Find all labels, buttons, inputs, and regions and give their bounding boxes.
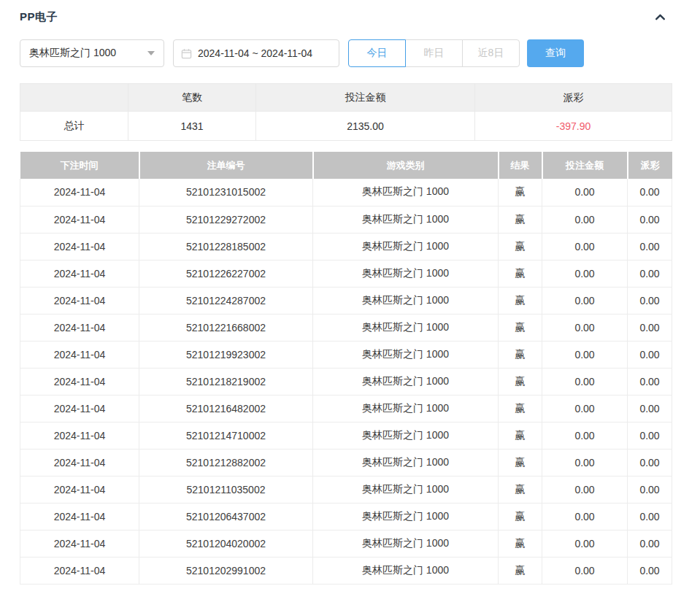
cell-bet-amount: 0.00 [542, 233, 628, 260]
cell-bet-time: 2024-11-04 [20, 287, 139, 314]
cell-result: 赢 [499, 233, 542, 260]
cell-bet-id: 52101202991002 [139, 557, 313, 584]
cell-game-type: 奥林匹斯之门 1000 [313, 368, 499, 395]
cell-result: 赢 [499, 260, 542, 287]
cell-bet-amount: 0.00 [542, 530, 628, 557]
cell-bet-id: 52101206437002 [139, 503, 313, 530]
cell-payout: 0.00 [628, 368, 672, 395]
cell-bet-amount: 0.00 [542, 260, 628, 287]
cell-bet-id: 52101214710002 [139, 422, 313, 449]
cell-game-type: 奥林匹斯之门 1000 [313, 503, 499, 530]
bet-table-body: 2024-11-0452101231015002奥林匹斯之门 1000赢0.00… [20, 179, 672, 584]
cell-result: 赢 [499, 179, 542, 206]
table-row: 2024-11-0452101206437002奥林匹斯之门 1000赢0.00… [20, 503, 672, 530]
cell-bet-amount: 0.00 [542, 503, 628, 530]
summary-header-count: 笔数 [128, 84, 256, 112]
table-row: 2024-11-0452101204020002奥林匹斯之门 1000赢0.00… [20, 530, 672, 557]
bet-table-header-row: 下注时间 注单编号 游戏类别 结果 投注金额 派彩 [20, 152, 672, 179]
collapse-button[interactable] [653, 9, 667, 24]
cell-bet-id: 52101212882002 [139, 449, 313, 476]
cell-bet-id: 52101219923002 [139, 341, 313, 368]
summary-total-payout: -397.90 [475, 112, 672, 141]
col-header-result: 结果 [499, 152, 542, 179]
cell-result: 赢 [499, 341, 542, 368]
table-row: 2024-11-0452101211035002奥林匹斯之门 1000赢0.00… [20, 476, 672, 503]
bet-records-table: 下注时间 注单编号 游戏类别 结果 投注金额 派彩 2024-11-045210… [20, 152, 672, 585]
cell-result: 赢 [499, 530, 542, 557]
calendar-icon [181, 48, 192, 59]
panel-header: PP电子 [20, 9, 672, 24]
cell-bet-time: 2024-11-04 [20, 233, 139, 260]
cell-payout: 0.00 [628, 422, 672, 449]
panel-title: PP电子 [20, 10, 58, 24]
cell-bet-amount: 0.00 [542, 341, 628, 368]
cell-payout: 0.00 [628, 260, 672, 287]
cell-result: 赢 [499, 476, 542, 503]
cell-payout: 0.00 [628, 503, 672, 530]
table-row: 2024-11-0452101216482002奥林匹斯之门 1000赢0.00… [20, 395, 672, 422]
cell-result: 赢 [499, 422, 542, 449]
cell-bet-amount: 0.00 [542, 368, 628, 395]
cell-bet-id: 52101226227002 [139, 260, 313, 287]
cell-game-type: 奥林匹斯之门 1000 [313, 395, 499, 422]
table-row: 2024-11-0452101212882002奥林匹斯之门 1000赢0.00… [20, 449, 672, 476]
cell-bet-id: 52101218219002 [139, 368, 313, 395]
game-select[interactable]: 奥林匹斯之门 1000 [20, 39, 164, 67]
cell-game-type: 奥林匹斯之门 1000 [313, 530, 499, 557]
cell-bet-time: 2024-11-04 [20, 503, 139, 530]
quick-range-group: 今日昨日近8日 [348, 39, 520, 67]
cell-bet-id: 52101204020002 [139, 530, 313, 557]
cell-result: 赢 [499, 449, 542, 476]
cell-bet-id: 52101211035002 [139, 476, 313, 503]
cell-bet-id: 52101221668002 [139, 314, 313, 341]
cell-result: 赢 [499, 368, 542, 395]
cell-result: 赢 [499, 503, 542, 530]
summary-table: 笔数 投注金额 派彩 总计 1431 2135.00 -397.90 [20, 83, 672, 141]
cell-payout: 0.00 [628, 341, 672, 368]
cell-bet-time: 2024-11-04 [20, 179, 139, 206]
quick-range-button-今日[interactable]: 今日 [348, 39, 406, 67]
date-range-value: 2024-11-04 ~ 2024-11-04 [198, 47, 312, 59]
cell-payout: 0.00 [628, 233, 672, 260]
quick-range-button-昨日[interactable]: 昨日 [405, 39, 463, 67]
cell-bet-id: 52101228185002 [139, 233, 313, 260]
cell-bet-amount: 0.00 [542, 287, 628, 314]
cell-bet-amount: 0.00 [542, 422, 628, 449]
cell-bet-time: 2024-11-04 [20, 476, 139, 503]
cell-bet-amount: 0.00 [542, 476, 628, 503]
cell-game-type: 奥林匹斯之门 1000 [313, 260, 499, 287]
summary-total-bet-amount: 2135.00 [256, 112, 475, 141]
table-row: 2024-11-0452101224287002奥林匹斯之门 1000赢0.00… [20, 287, 672, 314]
cell-payout: 0.00 [628, 449, 672, 476]
cell-bet-time: 2024-11-04 [20, 449, 139, 476]
cell-game-type: 奥林匹斯之门 1000 [313, 233, 499, 260]
cell-bet-amount: 0.00 [542, 314, 628, 341]
cell-result: 赢 [499, 287, 542, 314]
table-row: 2024-11-0452101226227002奥林匹斯之门 1000赢0.00… [20, 260, 672, 287]
cell-payout: 0.00 [628, 314, 672, 341]
cell-payout: 0.00 [628, 557, 672, 584]
summary-header-row: 笔数 投注金额 派彩 [20, 84, 672, 112]
cell-game-type: 奥林匹斯之门 1000 [313, 449, 499, 476]
quick-range-button-近8日[interactable]: 近8日 [462, 39, 520, 67]
cell-result: 赢 [499, 395, 542, 422]
cell-result: 赢 [499, 206, 542, 233]
game-select-value: 奥林匹斯之门 1000 [29, 47, 116, 60]
date-range-input[interactable]: 2024-11-04 ~ 2024-11-04 [173, 39, 339, 67]
cell-payout: 0.00 [628, 530, 672, 557]
col-header-game-type: 游戏类别 [313, 152, 499, 179]
table-row: 2024-11-0452101214710002奥林匹斯之门 1000赢0.00… [20, 422, 672, 449]
cell-result: 赢 [499, 314, 542, 341]
cell-game-type: 奥林匹斯之门 1000 [313, 422, 499, 449]
cell-bet-id: 52101229272002 [139, 206, 313, 233]
cell-payout: 0.00 [628, 395, 672, 422]
filter-bar: 奥林匹斯之门 1000 2024-11-04 ~ 2024-11-04 今日昨日… [20, 39, 672, 67]
search-button[interactable]: 查询 [527, 39, 584, 67]
summary-header-empty [20, 84, 128, 112]
cell-payout: 0.00 [628, 206, 672, 233]
summary-total-label: 总计 [20, 112, 128, 141]
cell-bet-id: 52101216482002 [139, 395, 313, 422]
cell-bet-time: 2024-11-04 [20, 206, 139, 233]
cell-bet-time: 2024-11-04 [20, 341, 139, 368]
col-header-bet-amount: 投注金额 [542, 152, 628, 179]
